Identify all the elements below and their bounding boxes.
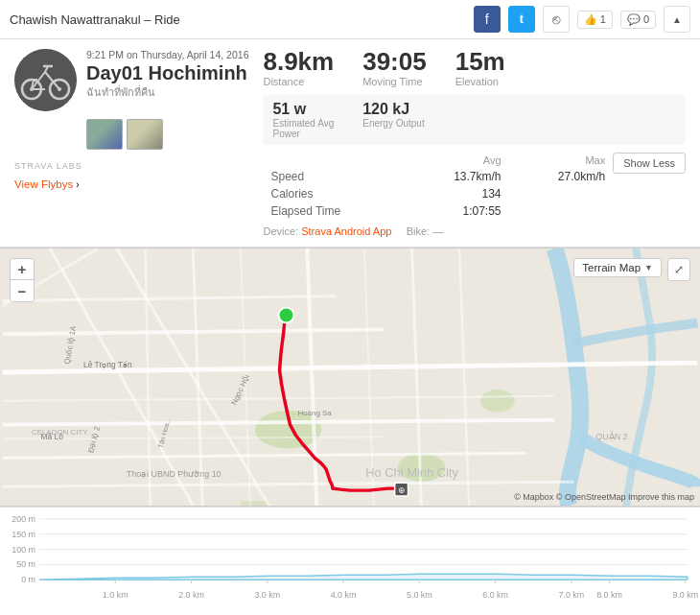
svg-text:Lê Trọng Tấn: Lê Trọng Tấn <box>83 360 132 369</box>
energy-value: 120 kJ <box>362 101 424 118</box>
calories-max <box>509 185 614 202</box>
elevation-section: 200 m 150 m 100 m 50 m 0 m 1.0 km 2.0 km… <box>0 507 700 612</box>
attribution-text: © Mapbox © OpenStreetMap Improve this ma… <box>514 492 694 502</box>
device-label: Device: <box>263 225 301 237</box>
stats-detail-table: Avg Max Speed 13.7km/h 27.0km/h Calories… <box>263 153 613 220</box>
speed-label: Speed <box>263 168 404 185</box>
moving-time-value: 39:05 <box>362 49 427 74</box>
row-elapsed-time: Elapsed Time 1:07:55 <box>263 202 613 220</box>
svg-point-55 <box>279 308 294 323</box>
kudos-value: 1 <box>600 13 606 25</box>
photo-thumb-1[interactable] <box>86 119 123 150</box>
comments-count[interactable]: 💬 0 <box>620 11 656 29</box>
svg-text:0 m: 0 m <box>21 575 35 584</box>
svg-text:1.0 km: 1.0 km <box>103 590 128 600</box>
row-calories: Calories 134 <box>263 185 613 202</box>
elapsed-time-avg: 1:07:55 <box>405 202 509 220</box>
avatar <box>14 49 77 111</box>
terrain-map-label: Terrain Map <box>582 262 641 273</box>
speed-avg: 13.7km/h <box>405 168 509 185</box>
power-label: Estimated AvgPower <box>272 118 334 139</box>
facebook-icon: f <box>485 12 489 27</box>
stat-power: 51 w Estimated AvgPower <box>272 101 334 139</box>
distance-label: Distance <box>263 76 334 87</box>
calories-label: Calories <box>263 185 404 202</box>
activity-right: 8.9km Distance 39:05 Moving Time 15m Ele… <box>263 49 686 237</box>
svg-text:100 m: 100 m <box>12 545 35 555</box>
row-speed: Speed 13.7km/h 27.0km/h <box>263 168 613 185</box>
elevation-label: Elevation <box>455 76 505 87</box>
svg-text:QUẬN 2: QUẬN 2 <box>595 431 627 441</box>
svg-text:5.0 km: 5.0 km <box>407 590 432 600</box>
twitter-icon: t <box>519 12 524 27</box>
map-attribution: © Mapbox © OpenStreetMap Improve this ma… <box>514 492 694 502</box>
kudos-count[interactable]: 👍 1 <box>577 11 613 29</box>
stats-detail-row: Avg Max Speed 13.7km/h 27.0km/h Calories… <box>263 153 686 220</box>
scroll-up-button[interactable]: ▲ <box>664 6 690 33</box>
show-less-button[interactable]: Show Less <box>613 153 686 174</box>
svg-text:6.0 km: 6.0 km <box>482 590 508 600</box>
distance-value: 8.9km <box>263 49 334 74</box>
device-app-link[interactable]: Strava Android App <box>301 225 391 237</box>
share-button[interactable]: ⎋ <box>543 6 570 33</box>
map-svg: Quốc lộ 1A Đại lộ 2 Tân Hoa... Lê Trọng … <box>0 248 700 506</box>
elapsed-time-max <box>509 202 614 220</box>
stat-energy: 120 kJ Energy Output <box>362 101 424 139</box>
activity-subtitle: ฉันทำที่พักที่คืน <box>86 83 248 101</box>
facebook-button[interactable]: f <box>474 6 501 33</box>
map-controls: + − <box>10 258 35 302</box>
page-header: Chawish Nawattranakul – Ride f t ⎋ 👍 1 💬… <box>0 0 700 39</box>
elevation-value: 15m <box>455 49 505 74</box>
share-icon: ⎋ <box>552 12 560 27</box>
svg-text:7.0 km: 7.0 km <box>559 590 585 600</box>
speed-max: 27.0km/h <box>509 168 614 185</box>
stats-top: 8.9km Distance 39:05 Moving Time 15m Ele… <box>263 49 686 87</box>
svg-text:⊕: ⊕ <box>398 485 406 495</box>
twitter-button[interactable]: t <box>508 6 535 33</box>
col-avg: Avg <box>405 153 509 168</box>
svg-rect-13 <box>3 248 698 506</box>
svg-text:8.0 km: 8.0 km <box>596 590 622 600</box>
terrain-map-button[interactable]: Terrain Map ▼ <box>573 258 662 277</box>
svg-text:Thoại UBND Phường 10: Thoại UBND Phường 10 <box>127 469 222 479</box>
svg-text:2.0 km: 2.0 km <box>178 590 204 600</box>
map-section: Quốc lộ 1A Đại lộ 2 Tân Hoa... Lê Trọng … <box>0 248 700 507</box>
svg-text:CELADON CITY: CELADON CITY <box>32 428 88 437</box>
activity-left: 9:21 PM on Thursday, April 14, 2016 Day0… <box>14 49 248 237</box>
svg-point-16 <box>480 390 515 413</box>
svg-text:Hoàng Sa: Hoàng Sa <box>297 409 332 417</box>
activity-datetime: 9:21 PM on Thursday, April 14, 2016 <box>86 49 248 60</box>
map-expand-button[interactable]: ⤢ <box>667 258 690 281</box>
calories-avg: 134 <box>405 185 509 202</box>
bike-label: Bike: — <box>407 225 444 237</box>
elapsed-time-label: Elapsed Time <box>263 202 404 220</box>
svg-text:4.0 km: 4.0 km <box>331 590 357 600</box>
activity-section: 9:21 PM on Thursday, April 14, 2016 Day0… <box>0 39 700 248</box>
strava-labs: STRAVA LABS <box>14 161 248 171</box>
view-flybys-text: View Flybys <box>14 178 73 190</box>
stats-secondary: 51 w Estimated AvgPower 120 kJ Energy Ou… <box>263 95 686 145</box>
comment-icon: 💬 <box>627 13 641 26</box>
svg-text:150 m: 150 m <box>12 530 35 539</box>
stat-moving-time: 39:05 Moving Time <box>362 49 427 87</box>
col-max: Max <box>509 153 614 168</box>
svg-text:200 m: 200 m <box>12 514 35 524</box>
svg-text:9.0 km: 9.0 km <box>672 590 698 600</box>
svg-text:50 m: 50 m <box>16 559 35 569</box>
page-title: Chawish Nawattranakul – Ride <box>10 12 180 27</box>
athlete-info: 9:21 PM on Thursday, April 14, 2016 Day0… <box>14 49 248 111</box>
svg-rect-17 <box>241 501 269 506</box>
photo-thumbs <box>86 119 248 150</box>
dropdown-arrow-icon: ▼ <box>644 263 653 272</box>
strava-labs-label: STRAVA LABS <box>14 161 82 171</box>
chevron-right-icon: › <box>76 179 79 190</box>
zoom-in-button[interactable]: + <box>11 259 34 280</box>
zoom-out-button[interactable]: − <box>11 280 34 301</box>
svg-text:Ho Chi Minh City: Ho Chi Minh City <box>365 465 458 480</box>
view-flybys-link[interactable]: View Flybys › <box>14 178 248 190</box>
expand-icon: ⤢ <box>674 263 684 276</box>
moving-time-label: Moving Time <box>362 76 427 87</box>
stat-elevation: 15m Elevation <box>455 49 505 87</box>
activity-name: Day01 Hochiminh <box>86 62 248 83</box>
photo-thumb-2[interactable] <box>127 119 163 150</box>
